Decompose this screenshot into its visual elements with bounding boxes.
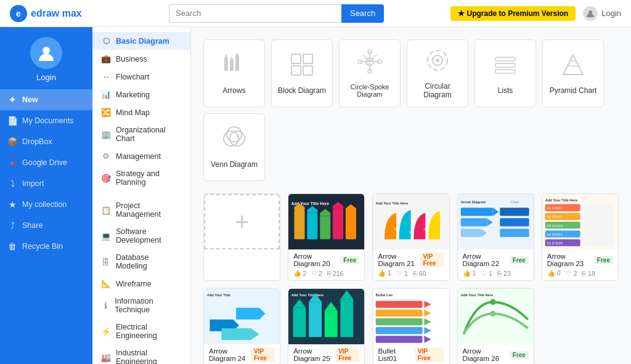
heart-icon: ♡ bbox=[311, 270, 317, 277]
template-badge-arrow24: VIP Free bbox=[251, 347, 275, 362]
cat-item-electrical[interactable]: ⚡ Electrical Engineering bbox=[92, 318, 190, 344]
cat-item-info-tech[interactable]: ℹ Information Technique bbox=[92, 293, 190, 318]
cat-item-basic-diagram[interactable]: ⬡ Basic Diagram bbox=[92, 32, 190, 50]
template-badge-arrow23: Free bbox=[594, 256, 613, 264]
sidebar-item-google-drive[interactable]: 🔺 Google Drive bbox=[0, 152, 92, 173]
template-title-row-arrow22: Arrow Diagram 22 Free bbox=[463, 253, 529, 267]
svg-point-1 bbox=[43, 47, 50, 54]
type-card-lists[interactable]: Lists bbox=[474, 39, 536, 107]
svg-text:Add Your Title Here: Add Your Title Here bbox=[291, 293, 324, 297]
documents-icon: 📄 bbox=[7, 116, 17, 126]
svg-text:01: 01 bbox=[424, 227, 428, 231]
cat-item-project-mgmt[interactable]: 📋 Project Management bbox=[92, 197, 190, 223]
svg-text:Add Your Title Here: Add Your Title Here bbox=[376, 201, 408, 205]
sidebar-item-collection[interactable]: ★ My collection bbox=[0, 194, 92, 215]
stat-hearts-arrow20: ♡ 2 bbox=[311, 269, 322, 277]
cat-label-business: Business bbox=[116, 55, 147, 63]
template-card-arrow25[interactable]: Add Your Title Here Arrow Diagram 25 bbox=[288, 288, 365, 364]
svg-marker-42 bbox=[307, 206, 318, 212]
cat-item-org-chart[interactable]: 🏢 Organizational Chart bbox=[92, 121, 190, 147]
type-card-arrows[interactable]: Arrows bbox=[203, 39, 265, 107]
type-card-spoke[interactable]: Circle-Spoke Diagram bbox=[339, 39, 401, 107]
svg-text:Bullet List: Bullet List bbox=[376, 293, 393, 297]
template-stats-arrow21: 👍 1 ♡ 1 ⎘ 60 bbox=[378, 269, 444, 277]
template-card-arrow22[interactable]: Arrow Diagram Chart bbox=[457, 193, 534, 281]
categories-panel: ⬡ Basic Diagram 💼 Business ↔ Flowchart 📊… bbox=[92, 27, 191, 364]
add-new-icon: + bbox=[235, 208, 249, 236]
cat-item-management[interactable]: ⚙ Management bbox=[92, 147, 190, 165]
marketing-icon: 📊 bbox=[101, 90, 111, 99]
type-card-block[interactable]: Block Diagram bbox=[271, 39, 333, 107]
template-card-new[interactable]: + bbox=[203, 193, 280, 281]
sidebar-item-recycle[interactable]: 🗑 Recycle Bin bbox=[0, 236, 92, 257]
template-card-arrow23[interactable]: Add Your Title Here 01 STEP1 02 STEP2 03… bbox=[542, 193, 619, 281]
svg-rect-82 bbox=[376, 310, 423, 317]
svg-marker-86 bbox=[425, 301, 431, 307]
template-name-arrow21: Arrow Diagram 21 bbox=[378, 253, 420, 267]
search-input[interactable] bbox=[169, 4, 341, 23]
cat-item-flowchart[interactable]: ↔ Flowchart bbox=[92, 68, 190, 86]
project-icon: 📋 bbox=[101, 206, 111, 215]
stat-likes-arrow22: 👍 1 bbox=[463, 269, 476, 277]
template-card-arrow21[interactable]: Add Your Title Here 04 03 02 01 Arrow Di… bbox=[372, 193, 449, 281]
type-label-circular: Circular Diagram bbox=[412, 82, 463, 99]
sidebar-item-my-documents[interactable]: 📄 My Documents bbox=[0, 110, 92, 131]
template-badge-arrow25: VIP Free bbox=[335, 347, 359, 362]
template-thumb-arrow22: Arrow Diagram Chart bbox=[458, 194, 534, 249]
sidebar-label-docs: My Documents bbox=[22, 116, 73, 125]
type-card-circular[interactable]: Circular Diagram bbox=[407, 39, 468, 107]
template-card-arrow26[interactable]: Add Your Title Here Arrow Diagram 26 Fre… bbox=[457, 288, 534, 364]
cat-label-org: Organizational Chart bbox=[116, 126, 182, 143]
template-thumb-new: + bbox=[204, 194, 280, 249]
svg-rect-55 bbox=[460, 218, 487, 226]
svg-marker-56 bbox=[487, 218, 492, 226]
cat-item-mindmap[interactable]: 🔀 Mind Map bbox=[92, 103, 190, 121]
svg-marker-78 bbox=[325, 302, 338, 310]
cat-item-industrial[interactable]: 🏭 Industrial Engineering bbox=[92, 344, 190, 364]
cat-item-marketing[interactable]: 📊 Marketing bbox=[92, 86, 190, 103]
new-icon: ✦ bbox=[7, 95, 17, 105]
svg-marker-58 bbox=[481, 229, 487, 237]
cat-item-wireframe[interactable]: 📐 Wireframe bbox=[92, 275, 190, 293]
cat-item-strategy[interactable]: 🎯 Strategy and Planning bbox=[92, 165, 190, 191]
type-card-pyramid[interactable]: Pyramid Chart bbox=[542, 39, 604, 107]
sidebar-item-share[interactable]: ⤴ Share bbox=[0, 215, 92, 236]
svg-point-25 bbox=[436, 59, 439, 62]
svg-rect-61 bbox=[500, 229, 529, 237]
cat-item-database[interactable]: 🗄 Database Modeling bbox=[92, 249, 190, 275]
svg-rect-73 bbox=[584, 204, 613, 246]
type-card-venn[interactable]: Venn Diagram bbox=[203, 113, 265, 181]
sidebar-item-import[interactable]: ⤵ Import bbox=[0, 173, 92, 194]
template-card-arrow24[interactable]: Add Your Title Arrow Diagram 24 VIP Free… bbox=[203, 288, 280, 364]
cat-item-business[interactable]: 💼 Business bbox=[92, 50, 190, 68]
app-logo: e edraw max bbox=[10, 5, 102, 22]
share-icon: ⤴ bbox=[7, 220, 17, 230]
cat-item-software[interactable]: 💻 Software Development bbox=[92, 223, 190, 249]
sidebar-login[interactable]: Login bbox=[36, 73, 56, 82]
thumb-icon: 👍 bbox=[293, 269, 301, 277]
upgrade-button[interactable]: ★ Upgrade to Premium Version bbox=[450, 6, 576, 21]
type-label-block: Block Diagram bbox=[278, 86, 326, 95]
svg-text:01 STEP1: 01 STEP1 bbox=[547, 206, 563, 210]
template-card-bullet01[interactable]: Bullet List Bullet bbox=[372, 288, 449, 364]
template-stats-arrow22: 👍 1 ♡ 1 ⎘ 23 bbox=[463, 269, 529, 277]
search-button[interactable]: Search bbox=[341, 4, 384, 23]
sidebar-item-dropbox[interactable]: 📦 DropBox bbox=[0, 131, 92, 152]
template-card-arrow20[interactable]: Add Your Title Here bbox=[288, 193, 365, 281]
login-area[interactable]: Login bbox=[583, 6, 621, 21]
strategy-icon: 🎯 bbox=[101, 174, 111, 183]
svg-text:02: 02 bbox=[409, 230, 413, 234]
cat-label-elec: Electrical Engineering bbox=[116, 323, 182, 340]
logo-icon: e bbox=[10, 5, 27, 22]
template-name-arrow22: Arrow Diagram 22 bbox=[463, 253, 510, 267]
svg-rect-2 bbox=[224, 57, 228, 71]
type-grid: Arrows Block Diagram bbox=[203, 39, 619, 181]
svg-text:Arrow Diagram: Arrow Diagram bbox=[460, 200, 486, 203]
sidebar-label-gdrive: Google Drive bbox=[22, 158, 67, 167]
copy-icon: ⎘ bbox=[327, 270, 332, 277]
sidebar-item-new[interactable]: ✦ New bbox=[0, 89, 92, 110]
svg-text:Add Your Title: Add Your Title bbox=[207, 293, 230, 297]
svg-rect-37 bbox=[307, 213, 318, 240]
sidebar-label-collection: My collection bbox=[22, 200, 67, 209]
cat-label-mgmt: Management bbox=[116, 152, 161, 161]
